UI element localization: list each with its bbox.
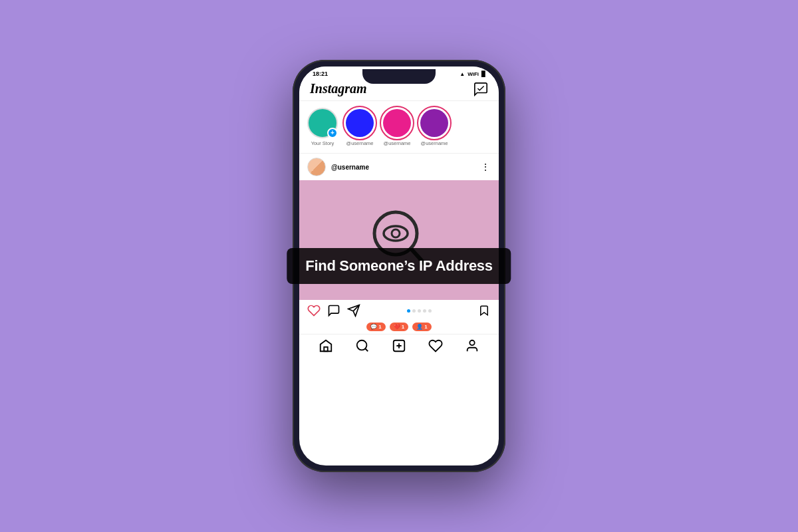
phone-notch	[362, 69, 436, 84]
post-dots-indicator	[360, 309, 477, 313]
your-story-circle: +	[307, 108, 338, 138]
like-notif-count: 1	[402, 324, 404, 330]
comment-icon[interactable]	[327, 304, 340, 317]
signal-icon: ▲	[460, 71, 465, 77]
status-icons: ▲ WiFi ▉	[460, 71, 485, 77]
post-user: @username	[307, 158, 369, 176]
comment-notif-icon: 💬	[370, 324, 377, 330]
search-nav-icon[interactable]	[355, 338, 370, 353]
home-nav-icon[interactable]	[319, 338, 333, 353]
bookmark-icon[interactable]	[477, 304, 491, 317]
post-username: @username	[331, 164, 369, 171]
story-circle-user2	[382, 108, 412, 138]
title-text: Find Someone’s IP Address	[305, 257, 492, 274]
stories-row: + Your Story @username @username @	[299, 101, 499, 154]
dot-2	[412, 309, 416, 313]
post-options-dots[interactable]: ⋮	[481, 162, 491, 172]
share-icon[interactable]	[347, 304, 360, 317]
add-nav-icon[interactable]	[392, 338, 406, 353]
dot-3	[418, 309, 421, 313]
follow-notif-icon: 👤	[416, 324, 423, 330]
like-notif-icon: ❤️	[394, 324, 400, 330]
phone-scene: 18:21 ▲ WiFi ▉ Instagram	[293, 60, 505, 472]
story-label-user1: @username	[346, 140, 374, 146]
title-overlay: Find Someone’s IP Address	[287, 248, 511, 284]
story-circle-user1	[344, 108, 375, 138]
dot-1	[407, 309, 410, 313]
comment-notif-count: 1	[378, 324, 381, 330]
like-notification-badge: ❤️ 1	[390, 323, 408, 331]
comment-notification-badge: 💬 1	[366, 323, 385, 331]
post-avatar	[307, 158, 326, 176]
messenger-icon	[473, 82, 488, 96]
status-time: 18:21	[313, 70, 328, 77]
action-icons-left	[307, 304, 360, 317]
svg-rect-7	[324, 347, 328, 351]
like-icon[interactable]	[307, 304, 321, 317]
dot-5	[428, 309, 432, 313]
follow-notification-badge: 👤 1	[412, 323, 431, 331]
svg-point-8	[357, 340, 367, 350]
bottom-navigation	[299, 334, 499, 357]
post-header: @username ⋮	[299, 154, 499, 180]
dot-4	[423, 309, 426, 313]
svg-point-13	[470, 340, 475, 345]
story-user3[interactable]: @username	[419, 108, 450, 146]
add-story-badge: +	[327, 128, 338, 138]
background: 18:21 ▲ WiFi ▉ Instagram	[0, 0, 798, 532]
story-user2[interactable]: @username	[382, 108, 412, 146]
heart-nav-icon[interactable]	[428, 338, 443, 353]
your-story-label: Your Story	[311, 140, 334, 146]
story-user1[interactable]: @username	[344, 108, 375, 146]
follow-notif-count: 1	[424, 324, 427, 330]
wifi-icon: WiFi	[467, 71, 479, 77]
story-label-user2: @username	[384, 140, 411, 146]
post-actions-bar	[299, 300, 499, 320]
notification-badges-row: 💬 1 ❤️ 1 👤 1	[299, 320, 499, 334]
instagram-logo: Instagram	[310, 81, 367, 96]
battery-icon: ▉	[481, 71, 485, 77]
story-circle-user3	[419, 108, 450, 138]
story-your[interactable]: + Your Story	[307, 108, 338, 146]
svg-line-9	[365, 348, 368, 351]
story-label-user3: @username	[421, 140, 448, 146]
profile-nav-icon[interactable]	[465, 338, 479, 353]
